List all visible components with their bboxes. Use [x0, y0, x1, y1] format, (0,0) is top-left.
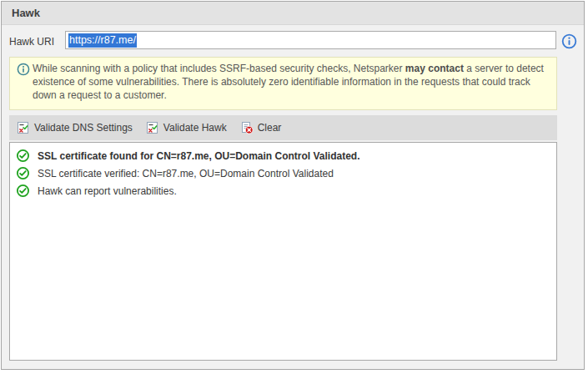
- clear-button[interactable]: Clear: [234, 118, 288, 138]
- success-check-icon: [16, 184, 30, 198]
- validation-results-list: SSL certificate found for CN=r87.me, OU=…: [9, 142, 557, 361]
- result-text: SSL certificate verified: CN=r87.me, OU=…: [38, 168, 334, 179]
- validate-dns-settings-button[interactable]: Validate DNS Settings: [11, 118, 138, 138]
- hawk-uri-label: Hawk URI: [9, 36, 54, 48]
- list-item[interactable]: SSL certificate found for CN=r87.me, OU=…: [10, 147, 556, 164]
- validate-hawk-label: Validate Hawk: [163, 122, 227, 134]
- validate-hawk-button[interactable]: Validate Hawk: [140, 118, 233, 138]
- notice-info-icon: [17, 63, 30, 76]
- clear-label: Clear: [258, 122, 282, 134]
- list-item[interactable]: Hawk can report vulnerabilities.: [10, 182, 556, 200]
- ssrf-notice-box: While scanning with a policy that includ…: [9, 57, 557, 110]
- validation-toolbar: Validate DNS Settings Validate Hawk: [9, 115, 557, 140]
- validate-checklist-icon: [17, 121, 30, 134]
- clear-list-icon: [240, 121, 254, 134]
- success-check-icon: [16, 166, 30, 180]
- validate-checklist-icon: [146, 121, 159, 134]
- list-item[interactable]: SSL certificate verified: CN=r87.me, OU=…: [10, 164, 556, 182]
- result-text: SSL certificate found for CN=r87.me, OU=…: [38, 150, 360, 162]
- notice-text-bold: may contact: [405, 63, 464, 74]
- notice-text: While scanning with a policy that includ…: [33, 62, 550, 102]
- panel-header: Hawk: [2, 2, 584, 25]
- notice-text-before: While scanning with a policy that includ…: [33, 63, 405, 74]
- validate-dns-settings-label: Validate DNS Settings: [34, 122, 133, 134]
- hawk-uri-selected-text: https://r87.me/: [68, 33, 137, 48]
- page-title: Hawk: [12, 7, 40, 19]
- result-text: Hawk can report vulnerabilities.: [38, 185, 177, 197]
- hawk-settings-panel: Hawk Hawk URI https://r87.me/ While scan…: [1, 1, 585, 370]
- success-check-icon: [16, 149, 30, 163]
- hawk-uri-input[interactable]: https://r87.me/: [65, 31, 556, 49]
- info-icon[interactable]: [561, 33, 577, 49]
